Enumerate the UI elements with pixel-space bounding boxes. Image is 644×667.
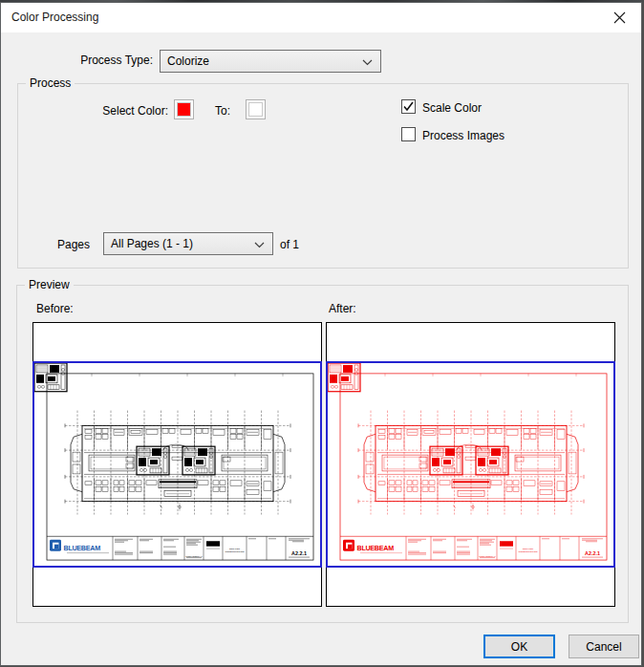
process-type-dropdown[interactable]: Colorize — [160, 50, 381, 73]
select-color-swatch[interactable] — [174, 99, 194, 119]
screen: Color Processing Process Type: Colorize … — [0, 0, 644, 667]
dialog-title: Color Processing — [11, 3, 98, 32]
after-page-thumbnail: BLUEBEAM CONFIDENTIAL NOT FOR CONSTRUCTI… — [326, 361, 615, 568]
scale-color-label[interactable]: Scale Color — [422, 101, 482, 115]
select-color-label: Select Color: — [54, 104, 168, 118]
before-label: Before: — [36, 302, 74, 315]
process-images-label[interactable]: Process Images — [422, 129, 504, 142]
select-color-fill — [177, 102, 191, 117]
floorplan-drawing: BLUEBEAM CONFIDENTIAL NOT FOR CONSTRUCTI… — [328, 363, 613, 566]
chevron-down-icon — [254, 242, 265, 248]
process-type-value: Colorize — [167, 51, 209, 72]
pages-total-label: of 1 — [280, 238, 299, 251]
process-group-title: Process — [26, 76, 75, 90]
preview-group-title: Preview — [25, 278, 74, 291]
before-preview-canvas: BLUEBEAM CONFIDENTIAL NOT FOR CONSTRUCTI… — [32, 322, 322, 607]
svg-text:CONSTRUCTION: CONSTRUCTION — [519, 550, 538, 553]
svg-text:A2.2.1: A2.2.1 — [585, 550, 600, 556]
close-icon — [613, 11, 626, 24]
svg-text:BLUEBEAM: BLUEBEAM — [357, 545, 395, 552]
checkmark-icon — [403, 101, 414, 112]
svg-text:CONFIDENTIAL: CONFIDENTIAL — [185, 555, 203, 558]
title-bar[interactable]: Color Processing — [1, 3, 641, 32]
to-label: To: — [215, 104, 230, 118]
after-label: After: — [329, 302, 356, 315]
to-color-fill — [248, 102, 263, 117]
after-preview-canvas: BLUEBEAM CONFIDENTIAL NOT FOR CONSTRUCTI… — [326, 322, 615, 607]
cancel-button[interactable]: Cancel — [569, 635, 639, 658]
chevron-down-icon — [362, 59, 373, 66]
process-type-label: Process Type: — [34, 54, 153, 67]
ok-button[interactable]: OK — [483, 635, 555, 658]
scale-color-checkbox[interactable] — [401, 99, 416, 114]
pages-dropdown[interactable]: All Pages (1 - 1) — [103, 232, 273, 255]
pages-label: Pages — [57, 238, 90, 251]
pages-value: All Pages (1 - 1) — [111, 233, 193, 254]
svg-text:CONFIDENTIAL: CONFIDENTIAL — [479, 555, 496, 558]
svg-text:BLUEBEAM: BLUEBEAM — [64, 545, 101, 552]
svg-text:CONSTRUCTION: CONSTRUCTION — [225, 550, 245, 553]
process-images-checkbox[interactable] — [401, 127, 416, 141]
svg-text:A2.2.1: A2.2.1 — [291, 550, 307, 556]
close-button[interactable] — [597, 3, 641, 32]
to-color-swatch[interactable] — [246, 99, 266, 119]
floorplan-drawing: BLUEBEAM CONFIDENTIAL NOT FOR CONSTRUCTI… — [34, 363, 320, 566]
before-page-thumbnail: BLUEBEAM CONFIDENTIAL NOT FOR CONSTRUCTI… — [32, 361, 322, 568]
